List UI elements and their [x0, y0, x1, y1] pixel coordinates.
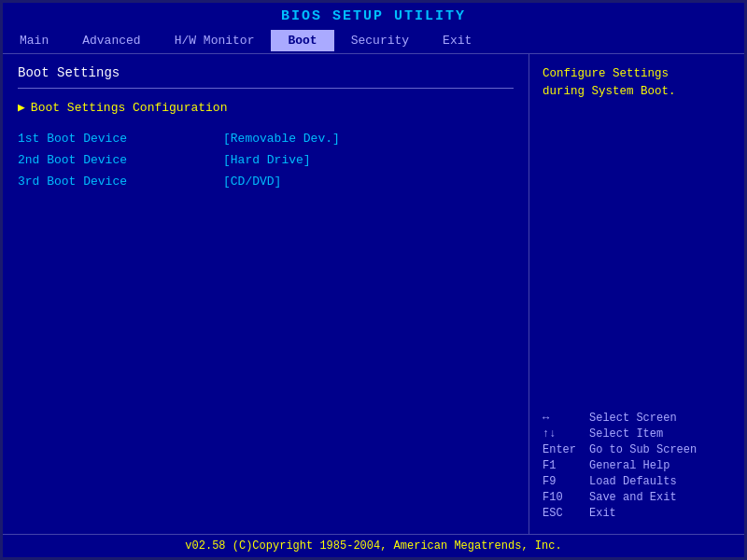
bios-title: BIOS SETUP UTILITY — [3, 3, 744, 28]
left-panel-title: Boot Settings — [18, 65, 514, 80]
nav-bar: Main Advanced H/W Monitor Boot Security … — [3, 28, 744, 54]
boot-device-label-2: 2nd Boot Device — [18, 153, 223, 167]
boot-device-label-1: 1st Boot Device — [18, 132, 223, 146]
submenu-arrow-icon: ▶ — [18, 100, 25, 115]
shortcut-key-esc: ESC — [543, 507, 589, 520]
key-shortcuts: ↔ Select Screen ↑↓ Select Item Enter Go … — [543, 412, 731, 523]
nav-main[interactable]: Main — [3, 30, 65, 51]
nav-exit[interactable]: Exit — [426, 30, 488, 51]
shortcut-desc-esc: Exit — [589, 507, 616, 520]
boot-devices-table: 1st Boot Device [Removable Dev.] 2nd Boo… — [18, 132, 514, 196]
boot-settings-configuration-item[interactable]: ▶ Boot Settings Configuration — [18, 100, 514, 115]
shortcut-key-f9: F9 — [543, 475, 589, 488]
shortcut-desc-enter: Go to Sub Screen — [589, 443, 697, 456]
footer: v02.58 (C)Copyright 1985-2004, American … — [3, 534, 744, 557]
shortcut-key-enter: Enter — [543, 443, 589, 456]
boot-device-value-3: [CD/DVD] — [223, 175, 281, 189]
shortcut-select-screen: ↔ Select Screen — [543, 412, 731, 425]
panel-divider — [18, 88, 514, 89]
shortcut-desc-f10: Save and Exit — [589, 491, 677, 504]
right-panel: Configure Settings during System Boot. ↔… — [529, 54, 744, 534]
shortcut-f10: F10 Save and Exit — [543, 491, 731, 504]
shortcut-key-f10: F10 — [543, 491, 589, 504]
nav-boot[interactable]: Boot — [271, 30, 333, 51]
shortcut-select-item: ↑↓ Select Item — [543, 427, 731, 441]
shortcut-f1: F1 General Help — [543, 459, 731, 472]
shortcut-esc: ESC Exit — [543, 507, 731, 520]
submenu-label: Boot Settings Configuration — [31, 101, 228, 115]
shortcut-desc-select-item: Select Item — [589, 427, 663, 441]
shortcut-desc-f9: Load Defaults — [589, 475, 677, 488]
boot-device-value-2: [Hard Drive] — [223, 153, 311, 167]
boot-device-value-1: [Removable Dev.] — [223, 132, 340, 146]
shortcut-desc-select-screen: Select Screen — [589, 412, 677, 425]
boot-device-label-3: 3rd Boot Device — [18, 175, 223, 189]
nav-advanced[interactable]: Advanced — [65, 30, 157, 51]
right-panel-description: Configure Settings during System Boot. — [543, 65, 731, 101]
shortcut-f9: F9 Load Defaults — [543, 475, 731, 488]
shortcut-key-arrows: ↔ — [543, 412, 589, 425]
shortcut-key-f1: F1 — [543, 459, 589, 472]
nav-hwmonitor[interactable]: H/W Monitor — [158, 30, 272, 51]
boot-device-row-1[interactable]: 1st Boot Device [Removable Dev.] — [18, 132, 514, 146]
shortcut-key-updown: ↑↓ — [543, 427, 589, 441]
boot-device-row-3[interactable]: 3rd Boot Device [CD/DVD] — [18, 175, 514, 189]
boot-device-row-2[interactable]: 2nd Boot Device [Hard Drive] — [18, 153, 514, 167]
shortcut-enter: Enter Go to Sub Screen — [543, 443, 731, 456]
shortcut-desc-f1: General Help — [589, 459, 669, 472]
nav-security[interactable]: Security — [334, 30, 426, 51]
